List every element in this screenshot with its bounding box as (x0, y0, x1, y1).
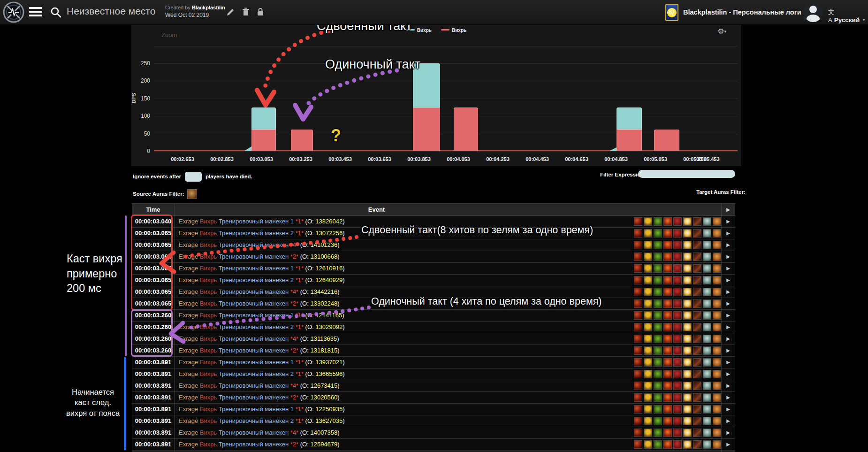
aura-demon-fire-icon[interactable] (663, 393, 672, 402)
column-header-event[interactable]: Event (175, 204, 721, 215)
ability-link[interactable]: Вихрь (200, 276, 217, 283)
target-name-link[interactable]: Тренировочный манекен 1 (219, 265, 294, 272)
expand-row-button[interactable]: ▶ (721, 263, 735, 274)
aura-demon-fire-icon[interactable] (663, 229, 672, 237)
aura-lava-icon[interactable] (634, 323, 642, 331)
aura-red-crystal-icon[interactable] (673, 417, 682, 425)
ability-link[interactable]: Вихрь (200, 441, 217, 448)
aura-demon-fire-icon[interactable] (663, 440, 672, 449)
aura-red-crystal-icon[interactable] (673, 253, 682, 261)
aura-red-crystal-icon[interactable] (673, 393, 682, 402)
expand-row-button[interactable]: ▶ (721, 404, 735, 415)
aura-gold-shield-icon[interactable] (644, 288, 652, 296)
aura-green-orb-icon[interactable] (654, 382, 662, 390)
target-name-link[interactable]: Тренировочный манекен (219, 382, 289, 389)
target-name-link[interactable]: Тренировочный манекен (219, 288, 289, 295)
aura-green-orb-icon[interactable] (654, 241, 662, 249)
aura-gold-shield-icon[interactable] (644, 323, 652, 331)
aura-dark-slash-icon[interactable] (693, 358, 701, 367)
aura-demon-fire-icon[interactable] (663, 417, 672, 425)
expand-row-button[interactable]: ▶ (721, 345, 735, 356)
aura-teal-figure-icon[interactable] (703, 382, 711, 390)
aura-green-orb-icon[interactable] (654, 311, 662, 320)
aura-demon-fire-icon[interactable] (663, 346, 672, 355)
aura-gold-shield-icon[interactable] (644, 440, 652, 449)
ability-link[interactable]: Вихрь (200, 265, 217, 272)
aura-demon-fire-icon[interactable] (663, 335, 672, 343)
aura-dark-slash-icon[interactable] (693, 335, 701, 343)
aura-lava-icon[interactable] (634, 217, 642, 226)
aura-red-crystal-icon[interactable] (673, 382, 682, 390)
expand-row-button[interactable]: ▶ (721, 392, 735, 403)
aura-bright-glow-icon[interactable] (683, 382, 692, 390)
ability-link[interactable]: Вихрь (200, 394, 217, 401)
aura-dark-slash-icon[interactable] (693, 417, 701, 425)
aura-bright-glow-icon[interactable] (683, 358, 692, 367)
target-name-link[interactable]: Тренировочный манекен (219, 394, 289, 401)
column-header-time[interactable]: Time (132, 204, 175, 215)
warcraftlogs-logo-icon[interactable] (3, 1, 24, 23)
target-name-link[interactable]: Тренировочный манекен 2 (219, 370, 294, 377)
aura-orange-armor-icon[interactable] (713, 229, 721, 237)
aura-bright-glow-icon[interactable] (683, 405, 692, 414)
actor-name-link[interactable]: Exrage (179, 441, 198, 448)
target-name-link[interactable]: Тренировочный манекен (219, 429, 289, 436)
actor-name-link[interactable]: Exrage (179, 300, 198, 307)
aura-lava-icon[interactable] (634, 299, 642, 308)
aura-gold-shield-icon[interactable] (644, 276, 652, 284)
target-name-link[interactable]: Тренировочный манекен (219, 441, 289, 448)
expand-row-button[interactable]: ▶ (721, 357, 735, 368)
ability-link[interactable]: Вихрь (200, 347, 217, 354)
aura-demon-fire-icon[interactable] (663, 405, 672, 414)
aura-green-orb-icon[interactable] (654, 299, 662, 308)
actor-name-link[interactable]: Exrage (179, 359, 198, 366)
ability-link[interactable]: Вихрь (200, 406, 217, 413)
aura-red-crystal-icon[interactable] (673, 288, 682, 296)
aura-green-orb-icon[interactable] (654, 358, 662, 367)
ability-link[interactable]: Вихрь (200, 300, 217, 307)
filter-expression-input[interactable] (638, 170, 735, 178)
aura-bright-glow-icon[interactable] (683, 299, 692, 308)
aura-teal-figure-icon[interactable] (703, 276, 711, 284)
expand-row-button[interactable]: ▶ (721, 286, 735, 298)
aura-bright-glow-icon[interactable] (683, 311, 692, 320)
aura-demon-fire-icon[interactable] (663, 276, 672, 284)
aura-orange-armor-icon[interactable] (713, 440, 721, 449)
aura-lava-icon[interactable] (634, 241, 642, 249)
aura-teal-figure-icon[interactable] (703, 405, 711, 414)
aura-bright-glow-icon[interactable] (683, 393, 692, 402)
aura-demon-fire-icon[interactable] (663, 288, 672, 296)
actor-name-link[interactable]: Exrage (179, 230, 198, 237)
aura-gold-shield-icon[interactable] (644, 229, 652, 237)
aura-orange-armor-icon[interactable] (713, 323, 721, 331)
account-link[interactable]: Blackplastilin - Персональные логи (683, 8, 801, 16)
aura-gold-shield-icon[interactable] (644, 370, 652, 378)
aura-gold-shield-icon[interactable] (644, 405, 652, 414)
aura-teal-figure-icon[interactable] (703, 370, 711, 378)
aura-teal-figure-icon[interactable] (703, 417, 711, 425)
aura-bright-glow-icon[interactable] (683, 276, 692, 284)
aura-dark-slash-icon[interactable] (693, 299, 701, 308)
aura-orange-armor-icon[interactable] (713, 405, 721, 414)
aura-teal-figure-icon[interactable] (703, 393, 711, 402)
aura-bright-glow-icon[interactable] (683, 370, 692, 378)
aura-teal-figure-icon[interactable] (703, 253, 711, 261)
expand-row-button[interactable]: ▶ (721, 427, 735, 438)
aura-green-orb-icon[interactable] (654, 253, 662, 261)
aura-teal-figure-icon[interactable] (703, 323, 711, 331)
target-name-link[interactable]: Тренировочный манекен 2 (219, 276, 294, 283)
actor-name-link[interactable]: Exrage (179, 312, 198, 319)
aura-lava-icon[interactable] (634, 276, 642, 284)
aura-bright-glow-icon[interactable] (683, 323, 692, 331)
aura-demon-fire-icon[interactable] (663, 241, 672, 249)
aura-red-crystal-icon[interactable] (673, 440, 682, 449)
actor-name-link[interactable]: Exrage (179, 382, 198, 389)
expand-row-button[interactable]: ▶ (721, 310, 735, 321)
aura-bright-glow-icon[interactable] (683, 429, 692, 437)
actor-name-link[interactable]: Exrage (179, 335, 198, 342)
aura-red-crystal-icon[interactable] (673, 358, 682, 367)
aura-bright-glow-icon[interactable] (683, 346, 692, 355)
aura-demon-fire-icon[interactable] (663, 299, 672, 308)
aura-green-orb-icon[interactable] (654, 229, 662, 237)
aura-bright-glow-icon[interactable] (683, 217, 692, 226)
